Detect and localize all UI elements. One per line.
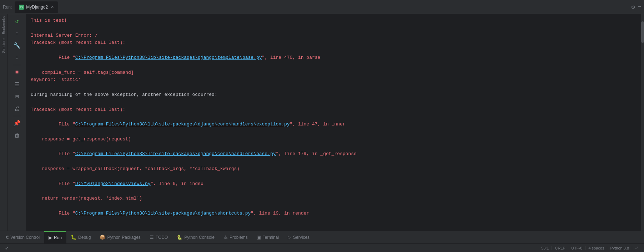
tab-todo[interactable]: ☰ TODO [145,231,172,243]
todo-label: TODO [156,235,168,240]
console-line-3: Traceback (most recent call last): [31,39,637,47]
status-expand-icon[interactable]: ⤢ [632,246,641,250]
tab-services[interactable]: ▷ Services [283,231,314,243]
python-console-icon: 🐍 [177,235,182,240]
tool-divider-2 [13,116,21,116]
stop-btn[interactable]: ■ [11,67,23,78]
python-packages-label: Python Packages [107,235,140,240]
main-area: Bookmarks Structure ↺ ↑ 🔧 ↓ ■ ☰ ⊟ 🖨 📌 🗑 … [0,14,644,231]
tab-problems[interactable]: ⚠ Problems [219,231,252,243]
tab-icon: D [19,5,24,10]
console-line-1: This is test! [31,17,637,25]
title-bar-actions: ⚙ − [632,4,641,11]
tab-close-btn[interactable]: ✕ [51,5,54,9]
services-label: Services [293,235,310,240]
minimize-btn[interactable]: − [638,4,641,10]
problems-label: Problems [230,235,248,240]
version-control-label: Version Control [10,235,40,240]
delete-btn[interactable]: 🗑 [11,130,23,141]
debug-icon: 🐛 [71,235,76,240]
console-line-11: File "C:\Program Files\Python38\lib\site… [31,143,637,165]
run-label: Run: [3,5,12,10]
python-console-label: Python Console [184,235,215,240]
console-line-9: File "C:\Program Files\Python38\lib\site… [31,113,637,135]
tab-name: MyDjango2 [26,5,48,10]
scroll-down-btn[interactable]: ↓ [11,52,23,63]
print-btn[interactable]: 🖨 [11,103,23,114]
status-encoding[interactable]: UTF-8 [568,246,585,250]
debug-label: Debug [78,235,91,240]
settings-btn[interactable]: ⚙ [632,4,635,11]
tool-panel: ↺ ↑ 🔧 ↓ ■ ☰ ⊟ 🖨 📌 🗑 [8,14,26,231]
expand-btn[interactable]: ⤢ [3,244,11,252]
console-line-10: response = get_response(request) [31,136,637,143]
console-blank-1 [31,25,637,32]
console-line-4: File "C:\Program Files\Python38\lib\site… [31,47,637,69]
wrench-btn[interactable]: 🔧 [11,40,23,51]
run-tab-label: Run [54,235,62,240]
title-bar: Run: D MyDjango2 ✕ ⚙ − [0,0,644,14]
console-blank-3 [31,99,637,106]
terminal-label: Terminal [263,235,279,240]
left-edge: Bookmarks Structure [0,14,8,231]
console-line-2: Internal Server Error: / [31,32,637,40]
tab-version-control[interactable]: ⑆ Version Control [1,231,44,243]
tab-python-packages[interactable]: 📦 Python Packages [95,231,145,243]
terminal-icon: ▣ [257,235,261,240]
python-packages-icon: 📦 [100,235,105,240]
console-line-8: Traceback (most recent call last): [31,106,637,114]
status-indent[interactable]: 4 spaces [585,246,607,250]
console-line-7: During handling of the above exception, … [31,91,637,99]
console-line-12: response = wrapped_callback(request, *ca… [31,165,637,173]
problems-icon: ⚠ [223,235,228,240]
tool-divider-1 [13,65,21,65]
scrollbar-thumb[interactable] [641,21,644,43]
run-tab[interactable]: D MyDjango2 ✕ [15,1,58,13]
tab-run[interactable]: ▶ Run [44,231,66,243]
tab-debug[interactable]: 🐛 Debug [66,231,95,243]
run-icon: ▶ [49,235,52,240]
format2-btn[interactable]: ⊟ [11,91,23,102]
console-blank-2 [31,84,637,91]
todo-icon: ☰ [150,235,154,240]
bottom-tab-bar: ⑆ Version Control ▶ Run 🐛 Debug 📦 Python… [0,231,644,243]
status-bar: ⤢ 53:1 CRLF UTF-8 4 spaces Python 3.8 ⤢ [0,243,644,252]
console-line-15: File "C:\Program Files\Python38\lib\site… [31,202,637,225]
rerun-btn[interactable]: ↺ [11,16,23,27]
console-line-5: compile_func = self.tags[command] [31,69,637,77]
console-output[interactable]: This is test! Internal Server Error: / T… [26,14,641,231]
pin-btn[interactable]: 📌 [11,118,23,129]
bookmarks-label[interactable]: Bookmarks [1,14,6,36]
status-python[interactable]: Python 3.8 [607,246,632,250]
tab-terminal[interactable]: ▣ Terminal [252,231,283,243]
status-line-ending[interactable]: CRLF [552,246,568,250]
console-line-13: File "D:\MyDjango2\index\views.py", line… [31,173,637,195]
tab-python-console[interactable]: 🐍 Python Console [172,231,219,243]
scroll-up-btn[interactable]: ↑ [11,28,23,39]
structure-label[interactable]: Structure [1,36,6,55]
console-line-6: KeyError: 'static' [31,76,637,84]
format-btn[interactable]: ☰ [11,79,23,90]
services-icon: ▷ [288,235,291,240]
console-line-14: return render(request, 'index.html') [31,195,637,202]
status-line[interactable]: 53:1 [538,246,552,250]
right-scrollbar[interactable] [641,14,644,231]
console-area: This is test! Internal Server Error: / T… [26,14,641,231]
version-control-icon: ⑆ [6,235,9,240]
